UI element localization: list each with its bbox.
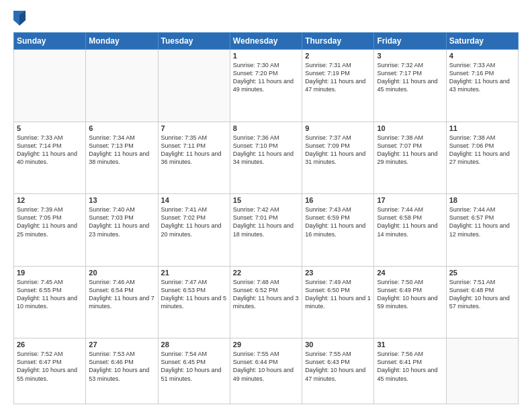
day-info: Sunrise: 7:32 AM Sunset: 7:17 PM Dayligh… (377, 61, 443, 94)
day-number: 30 (305, 340, 371, 349)
col-wednesday: Wednesday (230, 33, 302, 50)
day-number: 9 (305, 124, 371, 132)
day-info: Sunrise: 7:55 AM Sunset: 6:43 PM Dayligh… (305, 350, 371, 383)
day-info: Sunrise: 7:54 AM Sunset: 6:45 PM Dayligh… (161, 350, 227, 383)
day-info: Sunrise: 7:31 AM Sunset: 7:19 PM Dayligh… (305, 61, 371, 94)
calendar-cell (14, 50, 86, 122)
logo-icon (13, 11, 26, 26)
calendar-cell: 5Sunrise: 7:33 AM Sunset: 7:14 PM Daylig… (14, 122, 86, 194)
day-number: 14 (161, 196, 227, 204)
day-info: Sunrise: 7:33 AM Sunset: 7:14 PM Dayligh… (17, 134, 83, 167)
col-monday: Monday (86, 33, 158, 50)
day-info: Sunrise: 7:47 AM Sunset: 6:53 PM Dayligh… (161, 278, 227, 311)
day-number: 31 (377, 340, 443, 349)
day-number: 1 (233, 52, 299, 60)
day-info: Sunrise: 7:45 AM Sunset: 6:55 PM Dayligh… (17, 278, 83, 311)
calendar-cell: 23Sunrise: 7:49 AM Sunset: 6:50 PM Dayli… (302, 266, 374, 338)
calendar-cell: 21Sunrise: 7:47 AM Sunset: 6:53 PM Dayli… (158, 266, 230, 338)
day-number: 19 (17, 269, 83, 277)
day-number: 15 (233, 196, 299, 204)
day-info: Sunrise: 7:56 AM Sunset: 6:41 PM Dayligh… (377, 350, 443, 383)
calendar-cell: 16Sunrise: 7:43 AM Sunset: 6:59 PM Dayli… (302, 194, 374, 267)
day-info: Sunrise: 7:52 AM Sunset: 6:47 PM Dayligh… (17, 350, 83, 383)
day-number: 16 (305, 196, 371, 204)
calendar-cell: 20Sunrise: 7:46 AM Sunset: 6:54 PM Dayli… (86, 266, 158, 338)
day-number: 2 (305, 52, 371, 60)
calendar-cell: 14Sunrise: 7:41 AM Sunset: 7:02 PM Dayli… (158, 194, 230, 267)
day-info: Sunrise: 7:41 AM Sunset: 7:02 PM Dayligh… (161, 205, 227, 238)
calendar-cell: 30Sunrise: 7:55 AM Sunset: 6:43 PM Dayli… (302, 338, 374, 404)
calendar-cell: 19Sunrise: 7:45 AM Sunset: 6:55 PM Dayli… (14, 266, 86, 338)
day-number: 17 (377, 196, 443, 204)
calendar-cell: 27Sunrise: 7:53 AM Sunset: 6:46 PM Dayli… (86, 338, 158, 404)
calendar: Sunday Monday Tuesday Wednesday Thursday… (13, 32, 519, 404)
day-number: 26 (17, 340, 83, 349)
calendar-week-2: 5Sunrise: 7:33 AM Sunset: 7:14 PM Daylig… (14, 122, 519, 194)
day-info: Sunrise: 7:33 AM Sunset: 7:16 PM Dayligh… (449, 61, 515, 94)
day-info: Sunrise: 7:44 AM Sunset: 6:58 PM Dayligh… (377, 205, 443, 238)
calendar-cell: 17Sunrise: 7:44 AM Sunset: 6:58 PM Dayli… (374, 194, 446, 267)
calendar-cell: 18Sunrise: 7:44 AM Sunset: 6:57 PM Dayli… (446, 194, 518, 267)
day-number: 11 (449, 124, 515, 132)
day-number: 10 (377, 124, 443, 132)
calendar-cell: 9Sunrise: 7:37 AM Sunset: 7:09 PM Daylig… (302, 122, 374, 194)
day-number: 28 (161, 340, 227, 349)
calendar-cell: 31Sunrise: 7:56 AM Sunset: 6:41 PM Dayli… (374, 338, 446, 404)
calendar-cell: 2Sunrise: 7:31 AM Sunset: 7:19 PM Daylig… (302, 50, 374, 122)
day-number: 6 (89, 124, 154, 132)
col-friday: Friday (374, 33, 446, 50)
day-info: Sunrise: 7:37 AM Sunset: 7:09 PM Dayligh… (305, 134, 371, 167)
day-number: 21 (161, 269, 227, 277)
calendar-week-1: 1Sunrise: 7:30 AM Sunset: 7:20 PM Daylig… (14, 50, 519, 122)
day-info: Sunrise: 7:34 AM Sunset: 7:13 PM Dayligh… (89, 134, 154, 167)
calendar-cell: 13Sunrise: 7:40 AM Sunset: 7:03 PM Dayli… (86, 194, 158, 267)
day-info: Sunrise: 7:42 AM Sunset: 7:01 PM Dayligh… (233, 205, 299, 238)
day-number: 25 (449, 269, 515, 277)
day-number: 23 (305, 269, 371, 277)
day-info: Sunrise: 7:36 AM Sunset: 7:10 PM Dayligh… (233, 134, 299, 167)
day-number: 24 (377, 269, 443, 277)
day-number: 20 (89, 269, 154, 277)
day-info: Sunrise: 7:43 AM Sunset: 6:59 PM Dayligh… (305, 205, 371, 238)
day-info: Sunrise: 7:39 AM Sunset: 7:05 PM Dayligh… (17, 205, 83, 238)
day-info: Sunrise: 7:53 AM Sunset: 6:46 PM Dayligh… (89, 350, 154, 383)
col-sunday: Sunday (14, 33, 86, 50)
day-number: 8 (233, 124, 299, 132)
calendar-week-4: 19Sunrise: 7:45 AM Sunset: 6:55 PM Dayli… (14, 266, 519, 338)
header (13, 11, 519, 26)
day-info: Sunrise: 7:38 AM Sunset: 7:07 PM Dayligh… (377, 134, 443, 167)
day-number: 7 (161, 124, 227, 132)
day-info: Sunrise: 7:46 AM Sunset: 6:54 PM Dayligh… (89, 278, 154, 311)
day-number: 13 (89, 196, 154, 204)
day-number: 5 (17, 124, 83, 132)
day-info: Sunrise: 7:38 AM Sunset: 7:06 PM Dayligh… (449, 134, 515, 167)
calendar-cell: 29Sunrise: 7:55 AM Sunset: 6:44 PM Dayli… (230, 338, 302, 404)
calendar-cell: 24Sunrise: 7:50 AM Sunset: 6:49 PM Dayli… (374, 266, 446, 338)
calendar-cell: 28Sunrise: 7:54 AM Sunset: 6:45 PM Dayli… (158, 338, 230, 404)
day-info: Sunrise: 7:51 AM Sunset: 6:48 PM Dayligh… (449, 278, 515, 311)
calendar-cell: 25Sunrise: 7:51 AM Sunset: 6:48 PM Dayli… (446, 266, 518, 338)
day-number: 27 (89, 340, 154, 349)
day-info: Sunrise: 7:49 AM Sunset: 6:50 PM Dayligh… (305, 278, 371, 311)
col-saturday: Saturday (446, 33, 518, 50)
calendar-cell (446, 338, 518, 404)
page: Sunday Monday Tuesday Wednesday Thursday… (0, 0, 532, 411)
calendar-cell: 7Sunrise: 7:35 AM Sunset: 7:11 PM Daylig… (158, 122, 230, 194)
day-info: Sunrise: 7:50 AM Sunset: 6:49 PM Dayligh… (377, 278, 443, 311)
calendar-cell: 3Sunrise: 7:32 AM Sunset: 7:17 PM Daylig… (374, 50, 446, 122)
calendar-cell (158, 50, 230, 122)
calendar-week-3: 12Sunrise: 7:39 AM Sunset: 7:05 PM Dayli… (14, 194, 519, 267)
calendar-cell: 26Sunrise: 7:52 AM Sunset: 6:47 PM Dayli… (14, 338, 86, 404)
day-info: Sunrise: 7:55 AM Sunset: 6:44 PM Dayligh… (233, 350, 299, 383)
day-number: 3 (377, 52, 443, 60)
calendar-cell: 4Sunrise: 7:33 AM Sunset: 7:16 PM Daylig… (446, 50, 518, 122)
calendar-cell: 1Sunrise: 7:30 AM Sunset: 7:20 PM Daylig… (230, 50, 302, 122)
day-number: 12 (17, 196, 83, 204)
calendar-cell: 12Sunrise: 7:39 AM Sunset: 7:05 PM Dayli… (14, 194, 86, 267)
day-number: 22 (233, 269, 299, 277)
calendar-cell: 15Sunrise: 7:42 AM Sunset: 7:01 PM Dayli… (230, 194, 302, 267)
calendar-cell: 8Sunrise: 7:36 AM Sunset: 7:10 PM Daylig… (230, 122, 302, 194)
day-info: Sunrise: 7:35 AM Sunset: 7:11 PM Dayligh… (161, 134, 227, 167)
calendar-cell: 11Sunrise: 7:38 AM Sunset: 7:06 PM Dayli… (446, 122, 518, 194)
logo (13, 11, 28, 26)
